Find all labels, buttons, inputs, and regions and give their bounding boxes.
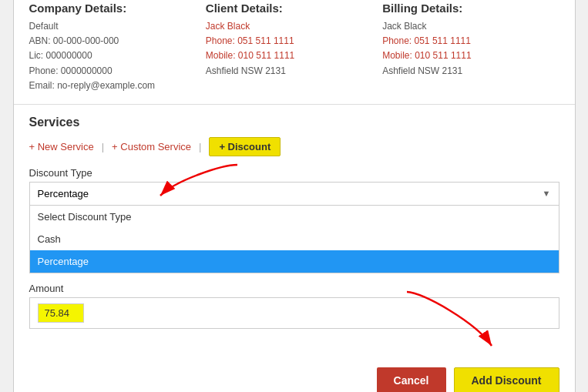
company-name: Default xyxy=(29,19,198,34)
discount-type-select-wrapper: Percentage ▼ xyxy=(29,182,559,206)
header-section: Company Details: Default ABN: 00-000-000… xyxy=(14,0,575,105)
dropdown-option-percentage[interactable]: Percentage xyxy=(30,250,559,273)
client-details-col: Client Details: Jack Black Phone: 051 51… xyxy=(206,2,382,93)
discount-type-value: Percentage xyxy=(38,188,89,199)
amount-group: Amount 75.84 xyxy=(29,283,559,329)
footer-buttons: Cancel Add Discount xyxy=(14,357,575,392)
dropdown-arrow-icon: ▼ xyxy=(543,189,551,198)
company-lic: Lic: 000000000 xyxy=(29,49,198,63)
separator-1: | xyxy=(102,141,104,152)
company-details-title: Company Details: xyxy=(29,2,198,15)
amount-value: 75.84 xyxy=(38,303,84,323)
new-service-link[interactable]: + New Service xyxy=(29,141,94,152)
billing-phone: Phone: 051 511 1111 xyxy=(382,34,551,49)
company-details-col: Company Details: Default ABN: 00-000-000… xyxy=(29,2,206,93)
cancel-button[interactable]: Cancel xyxy=(377,367,446,392)
discount-button[interactable]: + Discount xyxy=(209,137,281,156)
services-section: Services + New Service | + Custom Servic… xyxy=(14,105,575,349)
client-details-title: Client Details: xyxy=(206,2,375,15)
company-email: Email: no-reply@example.com xyxy=(29,79,198,93)
client-mobile: Mobile: 010 511 1111 xyxy=(206,49,375,63)
custom-service-link[interactable]: + Custom Service xyxy=(112,141,191,152)
amount-label: Amount xyxy=(29,283,559,294)
discount-type-group: Discount Type Percentage ▼ Select Discou… xyxy=(29,167,559,273)
billing-details-title: Billing Details: xyxy=(382,2,551,15)
company-abn: ABN: 00-000-000-000 xyxy=(29,34,198,49)
billing-details-col: Billing Details: Jack Black Phone: 051 5… xyxy=(382,2,559,93)
separator-2: | xyxy=(199,141,201,152)
discount-type-label: Discount Type xyxy=(29,167,559,179)
dropdown-option-cash[interactable]: Cash xyxy=(30,228,559,250)
amount-field-container[interactable]: 75.84 xyxy=(29,297,559,329)
company-phone: Phone: 0000000000 xyxy=(29,64,198,79)
client-address: Ashfield NSW 2131 xyxy=(206,64,375,79)
billing-address: Ashfield NSW 2131 xyxy=(382,64,551,79)
billing-mobile: Mobile: 010 511 1111 xyxy=(382,49,551,63)
modal: Company Details: Default ABN: 00-000-000… xyxy=(13,0,576,392)
services-actions: + New Service | + Custom Service | + Dis… xyxy=(29,137,559,156)
discount-type-display[interactable]: Percentage ▼ xyxy=(29,182,559,206)
client-name: Jack Black xyxy=(206,19,375,34)
add-discount-button[interactable]: Add Discount xyxy=(454,367,559,392)
services-title: Services xyxy=(29,116,559,129)
discount-type-dropdown: Select Discount Type Cash Percentage xyxy=(29,205,559,273)
dropdown-option-select[interactable]: Select Discount Type xyxy=(30,206,559,228)
billing-name: Jack Black xyxy=(382,19,551,34)
client-phone: Phone: 051 511 1111 xyxy=(206,34,375,49)
